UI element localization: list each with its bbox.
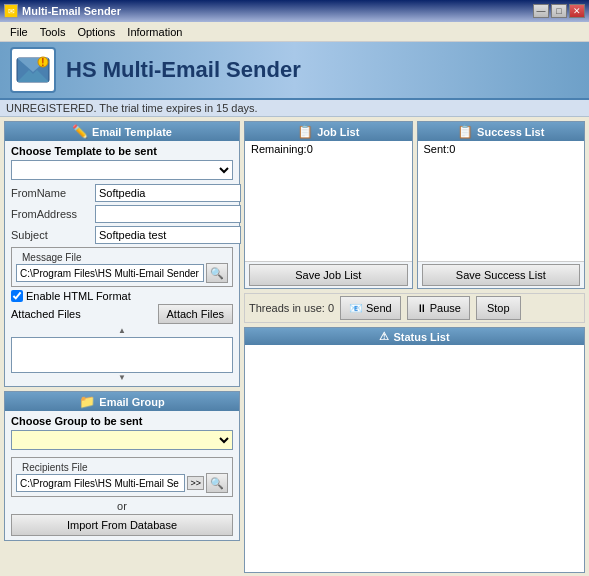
email-group-content: Choose Group to be sent Recipients File … [5,411,239,540]
status-list-header: ⚠ Status List [245,328,584,345]
email-template-header: ✏️ Email Template [5,122,239,141]
success-list-area: Sent:0 [418,141,585,261]
right-panel: 📋 Job List Remaining:0 Save Job List 📋 S… [244,121,585,573]
group-icon: 📁 [79,394,95,409]
fromname-input[interactable] [95,184,241,202]
left-panel: ✏️ Email Template Choose Template to be … [4,121,240,573]
scroll-up-arrow: ▲ [11,326,233,335]
maximize-button[interactable]: □ [551,4,567,18]
job-list-footer: Save Job List [245,261,412,288]
recipients-browse-button[interactable]: 🔍 [206,473,228,493]
attach-files-button[interactable]: Attach Files [158,304,233,324]
app-title: HS Multi-Email Sender [66,57,301,83]
job-list-area: Remaining:0 [245,141,412,261]
save-job-list-button[interactable]: Save Job List [249,264,408,286]
recipients-file-title: Recipients File [20,462,90,473]
success-list-header: 📋 Success List [418,122,585,141]
fromname-label: FromName [11,187,91,199]
app-header: ! HS Multi-Email Sender [0,42,589,100]
fromaddress-row: FromAddress [11,205,233,223]
recipients-file-input[interactable] [16,474,185,492]
remaining-text: Remaining:0 [247,141,317,157]
menu-options[interactable]: Options [71,24,121,40]
import-database-button[interactable]: Import From Database [11,514,233,536]
group-select[interactable] [11,430,233,450]
success-list-panel: 📋 Success List Sent:0 Save Success List [417,121,586,289]
email-group-header: 📁 Email Group [5,392,239,411]
minimize-button[interactable]: — [533,4,549,18]
recipients-file-group: Recipients File >> 🔍 [11,457,233,497]
enable-html-checkbox[interactable] [11,290,23,302]
status-list-area [245,345,584,572]
main-content: ✏️ Email Template Choose Template to be … [0,117,589,576]
email-template-content: Choose Template to be sent FromName From… [5,141,239,386]
subject-row: Subject [11,226,233,244]
or-label: or [11,500,233,512]
pause-button[interactable]: ⏸ Pause [407,296,470,320]
job-list-panel: 📋 Job List Remaining:0 Save Job List [244,121,413,289]
message-file-group: Message File 🔍 [11,247,233,287]
send-controls: Threads in use: 0 📧 Send ⏸ Pause Stop [244,293,585,323]
close-button[interactable]: ✕ [569,4,585,18]
message-file-input[interactable] [16,264,204,282]
success-list-icon: 📋 [457,124,473,139]
sent-text: Sent:0 [420,141,460,157]
attach-row: Attached Files Attach Files [11,304,233,324]
threads-label: Threads in use: 0 [249,302,334,314]
enable-html-label: Enable HTML Format [26,290,131,302]
title-bar-left: ✉ Multi-Email Sender [4,4,121,18]
title-text: Multi-Email Sender [22,5,121,17]
top-right: 📋 Job List Remaining:0 Save Job List 📋 S… [244,121,585,289]
menu-tools[interactable]: Tools [34,24,72,40]
trial-notice: UNREGISTERED. The trial time expires in … [0,100,589,117]
subject-input[interactable] [95,226,241,244]
job-list-icon: 📋 [297,124,313,139]
title-buttons: — □ ✕ [533,4,585,18]
send-icon: 📧 [349,302,363,315]
fromaddress-label: FromAddress [11,208,91,220]
attached-files-label: Attached Files [11,308,81,320]
message-file-title: Message File [20,252,83,263]
fromaddress-input[interactable] [95,205,241,223]
message-file-row: 🔍 [16,263,228,283]
attach-list [11,337,233,373]
scroll-down-arrow: ▼ [11,373,233,382]
fromname-row: FromName [11,184,233,202]
title-bar: ✉ Multi-Email Sender — □ ✕ [0,0,589,22]
message-file-browse-button[interactable]: 🔍 [206,263,228,283]
svg-text:!: ! [41,56,45,68]
menu-information[interactable]: Information [121,24,188,40]
app-logo: ! [10,47,56,93]
pause-icon: ⏸ [416,302,427,314]
email-template-panel: ✏️ Email Template Choose Template to be … [4,121,240,387]
subject-label: Subject [11,229,91,241]
menu-file[interactable]: File [4,24,34,40]
success-list-footer: Save Success List [418,261,585,288]
stop-button[interactable]: Stop [476,296,521,320]
expand-btn[interactable]: >> [187,476,204,490]
save-success-list-button[interactable]: Save Success List [422,264,581,286]
template-icon: ✏️ [72,124,88,139]
choose-group-label: Choose Group to be sent [11,415,233,427]
recipients-file-row: >> 🔍 [16,473,228,493]
app-icon: ✉ [4,4,18,18]
status-list-panel: ⚠ Status List [244,327,585,573]
template-select[interactable] [11,160,233,180]
job-list-header: 📋 Job List [245,122,412,141]
warning-icon: ⚠ [379,330,389,343]
menu-bar: File Tools Options Information [0,22,589,42]
send-button[interactable]: 📧 Send [340,296,401,320]
enable-html-row: Enable HTML Format [11,290,233,302]
email-group-panel: 📁 Email Group Choose Group to be sent Re… [4,391,240,541]
choose-template-label: Choose Template to be sent [11,145,233,157]
